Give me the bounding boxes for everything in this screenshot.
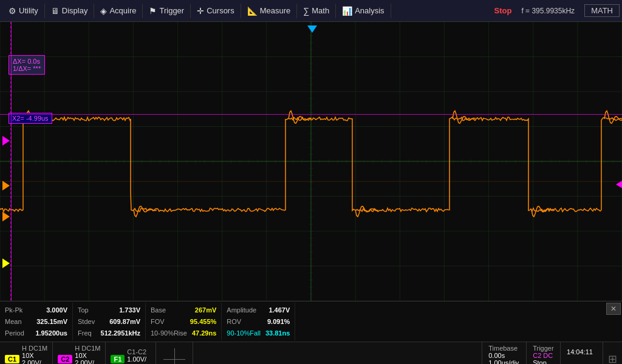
ch2-coupling: H DC1M bbox=[75, 345, 100, 352]
timebase-block: Timebase 0.00s 1.00us/div 250kpts 2.50GS… bbox=[482, 342, 527, 364]
right-info-panel: Timebase 0.00s 1.00us/div 250kpts 2.50GS… bbox=[482, 342, 622, 364]
ch2-badge: C2 bbox=[58, 355, 72, 363]
meas-rise: 10-90%Rise 47.29ns bbox=[151, 329, 216, 337]
acquire-icon: ◈ bbox=[100, 6, 107, 16]
menu-trigger-label: Trigger bbox=[159, 6, 184, 15]
meas-top-label: Top bbox=[78, 306, 89, 314]
cursor-info-box: ΔX= 0.0s 1/ΔX= *** bbox=[9, 55, 45, 75]
meas-fall-label: 90-10%Fall bbox=[227, 329, 261, 337]
f1-volts-div: 1.00V/ bbox=[127, 356, 151, 363]
analysis-icon: 📊 bbox=[342, 6, 352, 16]
f1-info: C1-C2 1.00V/ -1.300V bbox=[127, 348, 151, 364]
math-position-arrow[interactable] bbox=[2, 258, 10, 268]
meas-base-value: 267mV bbox=[195, 306, 216, 314]
meas-base: Base 267mV bbox=[151, 306, 216, 314]
meas-fov-value: 95.455% bbox=[190, 318, 216, 325]
meas-mean: Mean 325.15mV bbox=[5, 318, 67, 325]
ch2-volts-div: 2.00V/ bbox=[75, 359, 100, 364]
cursors-icon: ✛ bbox=[197, 6, 204, 16]
stop-label: Stop bbox=[494, 6, 512, 15]
meas-rise-value: 47.29ns bbox=[192, 329, 216, 337]
math-icon: ∑ bbox=[303, 6, 309, 16]
ch1-volts-div: 2.00V/ bbox=[22, 359, 47, 364]
ch2-scale: 10X bbox=[75, 352, 100, 359]
meas-fall-value: 33.81ns bbox=[265, 329, 290, 337]
ch2-position-arrow[interactable] bbox=[2, 136, 10, 146]
menu-measure[interactable]: 📐 Measure bbox=[241, 4, 298, 18]
meas-amplitude: Amplitude 1.467V bbox=[227, 306, 290, 314]
menu-trigger[interactable]: ⚑ Trigger bbox=[143, 4, 191, 18]
trigger-stop: Stop bbox=[533, 359, 554, 364]
meas-rov-value: 9.091% bbox=[267, 318, 290, 325]
meas-top: Top 1.733V bbox=[78, 306, 140, 314]
meas-pk-pk-value: 3.000V bbox=[46, 306, 67, 314]
timebase-div: 1.00us/div bbox=[488, 359, 520, 364]
clock-time: 14:04:11 bbox=[567, 348, 596, 356]
utility-icon: ⚙ bbox=[9, 6, 16, 16]
ch1-block[interactable]: C1 H DC1M 10X 2.00V/ -6.13V bbox=[0, 342, 53, 364]
meas-rov-label: ROV bbox=[227, 318, 241, 325]
trigger-block: Trigger C2 DC Stop 200mV Edge Rising bbox=[527, 342, 561, 364]
meas-group-1: Pk-Pk 3.000V Mean 325.15mV Period 1.9520… bbox=[0, 303, 73, 340]
ch1-scale: 10X bbox=[22, 352, 47, 359]
ch2-info: H DC1M 10X 2.00V/ -400mV bbox=[75, 345, 100, 364]
trigger-arrow bbox=[307, 25, 317, 33]
meas-pk-pk: Pk-Pk 3.000V bbox=[5, 306, 67, 314]
grid-settings-icon[interactable]: ⊞ bbox=[603, 342, 622, 364]
meas-rov: ROV 9.091% bbox=[227, 318, 290, 325]
meas-group-2: Top 1.733V Stdev 609.87mV Freq 512.2951k… bbox=[73, 303, 146, 340]
menu-math[interactable]: ∑ Math bbox=[297, 4, 336, 18]
f1-block[interactable]: F1 C1-C2 1.00V/ -1.300V bbox=[106, 342, 156, 364]
menu-bar: ⚙ Utility 🖥 Display ◈ Acquire ⚑ Trigger … bbox=[0, 0, 622, 22]
menu-acquire[interactable]: ◈ Acquire bbox=[94, 4, 143, 18]
meas-freq-label: Freq bbox=[78, 329, 92, 337]
ch1-position-arrow[interactable] bbox=[2, 181, 10, 190]
meas-fov-label: FOV bbox=[151, 318, 165, 325]
meas-stdev-value: 609.87mV bbox=[109, 318, 140, 325]
meas-mean-value: 325.15mV bbox=[36, 318, 67, 325]
meas-stdev: Stdev 609.87mV bbox=[78, 318, 140, 325]
meas-freq-value: 512.2951kHz bbox=[101, 329, 140, 337]
meas-mean-label: Mean bbox=[5, 318, 22, 325]
measure-icon: 📐 bbox=[247, 6, 258, 16]
top-right-status: Stop f = 395.9935kHz MATH bbox=[494, 4, 620, 17]
measurements-close-button[interactable]: ✕ bbox=[606, 303, 621, 315]
cursor-v-line bbox=[11, 22, 12, 301]
cursor-dx: ΔX= 0.0s bbox=[13, 58, 41, 65]
trigger-label: Trigger bbox=[533, 345, 554, 352]
reference-cross bbox=[163, 348, 185, 364]
meas-group-4: Amplitude 1.467V ROV 9.091% 90-10%Fall 3… bbox=[222, 303, 295, 340]
meas-stdev-label: Stdev bbox=[78, 318, 95, 325]
ch1-coupling: H DC1M bbox=[22, 345, 47, 352]
meas-amplitude-value: 1.467V bbox=[268, 306, 290, 314]
ch2-block[interactable]: C2 H DC1M 10X 2.00V/ -400mV bbox=[53, 342, 106, 364]
menu-cursors-label: Cursors bbox=[207, 6, 234, 15]
trigger-icon: ⚑ bbox=[149, 6, 157, 16]
menu-cursors[interactable]: ✛ Cursors bbox=[191, 4, 241, 18]
meas-amplitude-label: Amplitude bbox=[227, 306, 256, 314]
menu-utility[interactable]: ⚙ Utility bbox=[2, 4, 45, 18]
menu-utility-label: Utility bbox=[19, 6, 38, 15]
right-trigger-arrow bbox=[616, 181, 622, 188]
waveform-display bbox=[0, 22, 622, 301]
bottom-bar: C1 H DC1M 10X 2.00V/ -6.13V C2 H DC1M 10… bbox=[0, 342, 622, 364]
timebase-time: 0.00s bbox=[488, 352, 520, 359]
meas-period-label: Period bbox=[5, 329, 24, 337]
menu-analysis-label: Analysis bbox=[355, 6, 384, 15]
reference-block bbox=[156, 342, 193, 364]
f1-formula: C1-C2 bbox=[127, 348, 151, 356]
cursor-h-line-1 bbox=[0, 114, 622, 115]
meas-base-label: Base bbox=[151, 306, 166, 314]
menu-display[interactable]: 🖥 Display bbox=[45, 4, 95, 18]
display-icon: 🖥 bbox=[51, 6, 60, 16]
menu-display-label: Display bbox=[62, 6, 88, 15]
clock-block: 14:04:11 2023/4/26 bbox=[561, 342, 603, 364]
menu-math-label: Math bbox=[312, 6, 329, 15]
timebase-label: Timebase bbox=[488, 345, 520, 352]
meas-fov: FOV 95.455% bbox=[151, 318, 216, 325]
f1-badge: F1 bbox=[111, 355, 125, 363]
menu-analysis[interactable]: 📊 Analysis bbox=[336, 4, 391, 18]
trigger-ch: C2 DC bbox=[533, 352, 554, 359]
cursor-inv-dx: 1/ΔX= *** bbox=[13, 65, 41, 72]
menu-acquire-label: Acquire bbox=[109, 6, 136, 15]
